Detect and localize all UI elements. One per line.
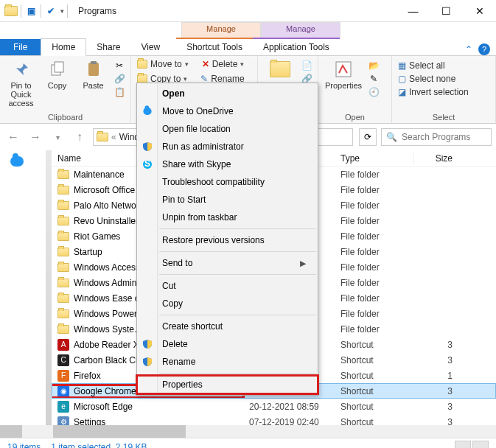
file-row[interactable]: eMicrosoft Edge20-12-2021 08:59Shortcut3 bbox=[52, 399, 496, 414]
navigation-pane[interactable] bbox=[0, 150, 52, 438]
close-button[interactable]: ✕ bbox=[463, 0, 496, 22]
qat-properties-icon[interactable]: ▣ bbox=[24, 4, 38, 18]
onedrive-icon bbox=[142, 105, 153, 117]
file-name: Windows Syste… bbox=[74, 324, 143, 335]
select-none-button[interactable]: ▢Select none bbox=[398, 74, 469, 84]
pin-to-quick-access-button[interactable]: Pin to Quick access bbox=[6, 59, 36, 108]
ctx-create-shortcut[interactable]: Create shortcut bbox=[137, 318, 318, 335]
file-type: File folder bbox=[335, 293, 414, 304]
select-all-button[interactable]: ▦Select all bbox=[398, 60, 469, 71]
ctx-send-to[interactable]: Send to▶ bbox=[137, 254, 318, 272]
copy-path-icon[interactable]: 🔗 bbox=[114, 74, 125, 84]
paste-button[interactable]: Paste bbox=[78, 59, 108, 90]
window-title: Programs bbox=[72, 6, 116, 16]
minimize-button[interactable]: — bbox=[397, 0, 430, 22]
move-to-button[interactable]: Move to▾ bbox=[137, 59, 189, 69]
column-type[interactable]: Type bbox=[335, 153, 414, 164]
ctx-restore-versions[interactable]: Restore previous versions bbox=[137, 231, 318, 249]
search-icon: 🔍 bbox=[386, 132, 397, 142]
tab-share[interactable]: Share bbox=[86, 39, 130, 55]
ctx-rename[interactable]: Rename bbox=[137, 353, 318, 371]
adobe-icon: A bbox=[57, 339, 69, 351]
file-size: 3 bbox=[414, 355, 458, 365]
tab-home[interactable]: Home bbox=[41, 38, 86, 56]
file-type: File folder bbox=[335, 231, 414, 242]
folder-icon bbox=[97, 133, 108, 141]
ctx-move-onedrive[interactable]: Move to OneDrive bbox=[137, 102, 318, 120]
qat-check-icon[interactable]: ✔ bbox=[44, 4, 57, 18]
properties-button[interactable]: Properties bbox=[324, 59, 363, 90]
file-name: Windows Admin… bbox=[74, 278, 145, 288]
folder-icon bbox=[4, 4, 18, 18]
group-select: Select bbox=[398, 111, 489, 122]
column-size[interactable]: Size bbox=[414, 153, 458, 164]
ctx-properties[interactable]: Properties bbox=[137, 376, 318, 393]
file-type: File folder bbox=[335, 324, 414, 335]
ctx-open[interactable]: Open bbox=[137, 85, 318, 102]
context-menu: Open Move to OneDrive Open file location… bbox=[136, 83, 318, 396]
cut-icon[interactable]: ✂ bbox=[114, 60, 125, 71]
group-clipboard: Clipboard bbox=[6, 111, 125, 122]
ctx-run-admin[interactable]: Run as administrator bbox=[137, 138, 318, 155]
file-type: File folder bbox=[335, 262, 414, 273]
file-name: Firefox bbox=[74, 371, 101, 381]
ctx-delete[interactable]: Delete bbox=[137, 335, 318, 353]
svg-rect-1 bbox=[55, 62, 63, 72]
invert-selection-button[interactable]: ◪Invert selection bbox=[398, 87, 469, 97]
tab-view[interactable]: View bbox=[130, 39, 170, 55]
ctx-pin-start[interactable]: Pin to Start bbox=[137, 191, 318, 209]
onedrive-icon bbox=[10, 156, 24, 167]
forward-button[interactable]: → bbox=[27, 128, 44, 146]
up-button[interactable]: ↑ bbox=[71, 128, 88, 146]
thumbnails-view-button[interactable] bbox=[472, 441, 489, 449]
ctx-share-skype[interactable]: SShare with Skype bbox=[137, 155, 318, 173]
separator bbox=[67, 4, 68, 18]
folder-icon bbox=[57, 232, 69, 241]
file-name: Microsoft Office… bbox=[74, 185, 144, 195]
file-type: File folder bbox=[335, 200, 414, 211]
chevron-right-icon: ▶ bbox=[300, 259, 306, 268]
copy-button[interactable]: Copy bbox=[42, 59, 72, 90]
carbon-icon: C bbox=[57, 354, 69, 366]
edit-icon[interactable]: ✎ bbox=[368, 74, 379, 84]
details-view-button[interactable] bbox=[455, 441, 471, 449]
open-icon[interactable]: 📂 bbox=[368, 60, 379, 71]
ctx-copy[interactable]: Copy bbox=[137, 295, 318, 312]
status-selected: 1 item selected 2.19 KB bbox=[51, 442, 147, 449]
qat-dropdown[interactable]: ▾ bbox=[60, 7, 64, 15]
contextual-tab-app: Manage bbox=[261, 22, 340, 38]
file-type: Shortcut bbox=[335, 402, 414, 412]
navpane-hscroll[interactable] bbox=[0, 425, 52, 438]
refresh-button[interactable]: ⟳ bbox=[359, 128, 377, 146]
file-type: Shortcut bbox=[335, 355, 414, 365]
list-hscroll[interactable] bbox=[52, 425, 496, 438]
tab-application-tools[interactable]: Application Tools bbox=[253, 38, 340, 55]
paste-shortcut-icon[interactable]: 📋 bbox=[114, 87, 125, 97]
ribbon-collapse-icon[interactable]: ⌃ bbox=[465, 44, 472, 55]
tab-file[interactable]: File bbox=[0, 39, 41, 55]
ctx-unpin-taskbar[interactable]: Unpin from taskbar bbox=[137, 209, 318, 226]
new-item-icon[interactable]: 📄 bbox=[301, 60, 312, 71]
file-name: Microsoft Edge bbox=[74, 402, 133, 412]
help-icon[interactable]: ? bbox=[478, 43, 490, 55]
maximize-button[interactable]: ☐ bbox=[430, 0, 463, 22]
recent-dropdown[interactable]: ▾ bbox=[49, 128, 66, 146]
file-size: 3 bbox=[414, 340, 458, 350]
ctx-troubleshoot[interactable]: Troubleshoot compatibility bbox=[137, 173, 318, 191]
shield-icon bbox=[142, 356, 153, 368]
firefox-icon: F bbox=[57, 370, 69, 382]
shield-icon bbox=[142, 338, 153, 350]
ctx-cut[interactable]: Cut bbox=[137, 277, 318, 295]
tab-shortcut-tools[interactable]: Shortcut Tools bbox=[176, 38, 253, 55]
file-type: Shortcut bbox=[335, 371, 414, 381]
file-name: Palo Alto Netwo… bbox=[74, 200, 145, 211]
skype-icon: S bbox=[142, 158, 153, 170]
search-input[interactable]: 🔍 Search Programs bbox=[381, 128, 492, 146]
delete-button[interactable]: ✕Delete▾ bbox=[202, 59, 245, 69]
nav-onedrive[interactable] bbox=[0, 155, 52, 168]
svg-text:S: S bbox=[144, 159, 150, 169]
history-icon[interactable]: 🕘 bbox=[368, 87, 379, 97]
ctx-open-location[interactable]: Open file location bbox=[137, 120, 318, 138]
back-button[interactable]: ← bbox=[4, 128, 22, 146]
file-name: Maintenance bbox=[74, 169, 125, 180]
